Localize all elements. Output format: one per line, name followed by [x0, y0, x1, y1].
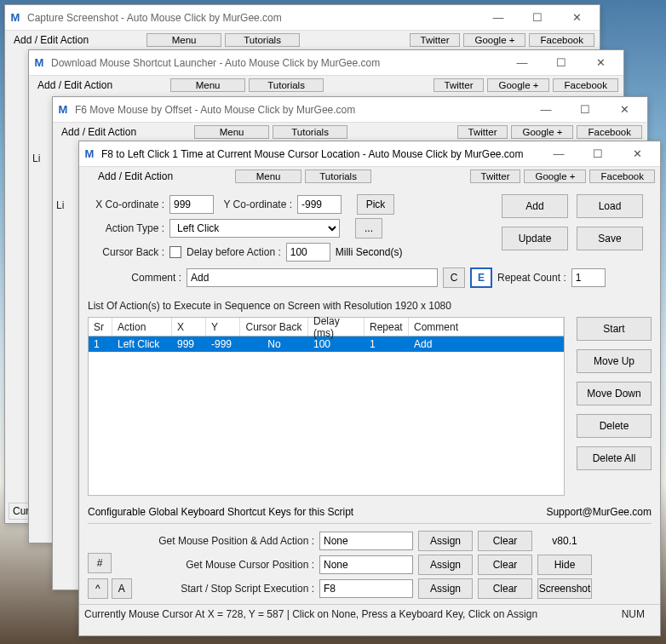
repeat-input[interactable]: [571, 268, 606, 287]
minimize-button[interactable]: —: [526, 98, 566, 122]
menu-add-edit[interactable]: Add / Edit Action: [32, 79, 118, 91]
assign-startstop-button[interactable]: Assign: [418, 578, 473, 599]
y-label: Y Co-ordinate :: [219, 198, 292, 210]
col-comment[interactable]: Comment: [409, 318, 564, 336]
menu-add-edit[interactable]: Add / Edit Action: [93, 170, 178, 182]
menu-google[interactable]: Google +: [487, 78, 549, 92]
cursor-back-label: Cursor Back :: [88, 246, 164, 258]
menu-twitter[interactable]: Twitter: [457, 125, 508, 139]
delay-units: Milli Second(s): [336, 246, 403, 258]
titlebar: M Capture Screenshot - Auto Mouse Click …: [5, 5, 600, 31]
close-button[interactable]: ✕: [581, 51, 620, 75]
window-title: Download Mouse Shortcut Launcher - Auto …: [51, 57, 502, 69]
clear-pos-add-button[interactable]: Clear: [478, 531, 532, 551]
menubar: Add / Edit Action Menu Tutorials Twitter…: [5, 31, 600, 49]
pick-button[interactable]: Pick: [357, 194, 394, 215]
close-button[interactable]: ✕: [605, 98, 644, 122]
menu-menu[interactable]: Menu: [146, 33, 221, 47]
assign-pos-add-button[interactable]: Assign: [418, 531, 473, 551]
action-type-select[interactable]: Left Click: [169, 219, 340, 238]
clear-cursor-button[interactable]: Clear: [478, 555, 532, 575]
menu-google[interactable]: Google +: [511, 125, 573, 139]
assign-cursor-button[interactable]: Assign: [418, 555, 473, 575]
move-up-button[interactable]: Move Up: [577, 349, 652, 373]
list-row[interactable]: 1 Left Click 999 -999 No 100 1 Add: [89, 336, 564, 352]
menu-tutorials[interactable]: Tutorials: [305, 170, 371, 183]
menu-facebook[interactable]: Facebook: [589, 170, 655, 183]
hash-button[interactable]: #: [88, 553, 112, 573]
menu-facebook[interactable]: Facebook: [529, 33, 594, 47]
col-action[interactable]: Action: [112, 318, 172, 336]
list-header: Sr Action X Y Cursor Back Delay (ms) Rep…: [88, 317, 565, 336]
menu-google[interactable]: Google +: [524, 170, 586, 183]
update-button[interactable]: Update: [502, 227, 568, 250]
menu-tutorials[interactable]: Tutorials: [225, 33, 300, 47]
maximize-button[interactable]: ☐: [578, 142, 617, 166]
col-y[interactable]: Y: [206, 318, 240, 336]
titlebar: M F6 Move Mouse by Offset - Auto Mouse C…: [53, 97, 647, 123]
comment-input[interactable]: [187, 268, 438, 287]
status-num: NUM: [622, 608, 645, 620]
col-repeat[interactable]: Repeat: [365, 318, 409, 336]
col-x[interactable]: X: [172, 318, 206, 336]
menu-tutorials[interactable]: Tutorials: [273, 125, 347, 139]
clear-startstop-button[interactable]: Clear: [478, 578, 532, 599]
hide-button[interactable]: Hide: [537, 555, 592, 575]
app-icon: M: [32, 56, 46, 70]
menu-add-edit[interactable]: Add / Edit Action: [56, 126, 141, 138]
menubar: Add / Edit Action Menu Tutorials Twitter…: [53, 123, 647, 141]
close-button[interactable]: ✕: [557, 6, 596, 30]
get-cursor-input[interactable]: [319, 555, 413, 574]
caret-button[interactable]: ^: [88, 578, 108, 599]
cursor-back-checkbox[interactable]: [169, 246, 181, 258]
titlebar: M F8 to Left Click 1 Time at Current Mou…: [79, 141, 660, 167]
load-button[interactable]: Load: [577, 194, 643, 218]
delete-button[interactable]: Delete: [577, 414, 652, 438]
action-type-label: Action Type :: [88, 222, 164, 234]
menu-menu[interactable]: Menu: [170, 78, 245, 92]
delay-input[interactable]: [286, 243, 330, 262]
minimize-button[interactable]: —: [479, 6, 518, 30]
list-caption: List Of Action(s) to Execute in Sequence…: [88, 300, 652, 312]
menu-twitter[interactable]: Twitter: [410, 33, 461, 47]
menu-add-edit[interactable]: Add / Edit Action: [9, 34, 94, 46]
c-button[interactable]: C: [443, 267, 465, 288]
minimize-button[interactable]: —: [502, 51, 542, 75]
app-icon: M: [83, 147, 96, 161]
minimize-button[interactable]: —: [539, 142, 578, 166]
version-label: v80.1: [537, 535, 592, 547]
statusbar: Currently Mouse Cursor At X = 728, Y = 5…: [79, 604, 660, 623]
x-input[interactable]: [169, 195, 214, 214]
menu-tutorials[interactable]: Tutorials: [249, 78, 324, 92]
col-delay[interactable]: Delay (ms): [308, 318, 365, 336]
col-cursor[interactable]: Cursor Back: [240, 318, 308, 336]
app-icon: M: [9, 11, 22, 25]
delete-all-button[interactable]: Delete All: [577, 446, 652, 470]
action-options-button[interactable]: ...: [355, 218, 382, 239]
menu-twitter[interactable]: Twitter: [470, 170, 521, 183]
get-pos-add-input[interactable]: [319, 532, 413, 550]
add-button[interactable]: Add: [502, 194, 568, 218]
y-input[interactable]: [297, 195, 342, 214]
maximize-button[interactable]: ☐: [566, 98, 605, 122]
menu-facebook[interactable]: Facebook: [553, 78, 618, 92]
screenshot-button[interactable]: Screenshot: [537, 578, 592, 599]
menu-google[interactable]: Google +: [463, 33, 525, 47]
move-down-button[interactable]: Move Down: [577, 382, 652, 405]
start-stop-input[interactable]: [319, 579, 413, 598]
comment-label: Comment :: [88, 272, 181, 284]
e-button[interactable]: E: [470, 267, 492, 288]
start-button[interactable]: Start: [577, 317, 652, 341]
status-text: Currently Mouse Cursor At X = 728, Y = 5…: [84, 608, 537, 620]
maximize-button[interactable]: ☐: [542, 51, 581, 75]
action-list[interactable]: 1 Left Click 999 -999 No 100 1 Add: [88, 336, 565, 496]
save-button[interactable]: Save: [577, 227, 643, 250]
col-sr[interactable]: Sr: [89, 318, 112, 336]
menu-menu[interactable]: Menu: [194, 125, 269, 139]
menu-facebook[interactable]: Facebook: [577, 125, 642, 139]
maximize-button[interactable]: ☐: [518, 6, 557, 30]
menu-twitter[interactable]: Twitter: [433, 78, 485, 92]
menu-menu[interactable]: Menu: [235, 170, 301, 183]
support-link[interactable]: Support@MurGee.com: [546, 506, 652, 518]
close-button[interactable]: ✕: [617, 142, 657, 166]
